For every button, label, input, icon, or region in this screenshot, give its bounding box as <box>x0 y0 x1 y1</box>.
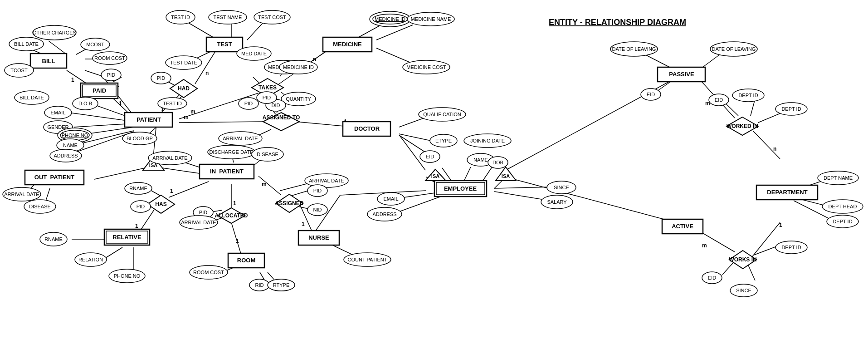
attr-rname-rel-label: RNAME <box>44 236 63 242</box>
attr-disease-in-label: DISEASE <box>257 152 278 157</box>
card-had-test: n <box>205 70 209 76</box>
line-workedin-dept <box>753 131 780 159</box>
rel-assignedto-label: ASSIGNED TO <box>263 114 300 121</box>
attr-joiningdate: JOINING DATE <box>464 134 511 148</box>
attr-email-emp-label: EMAIL <box>383 196 398 202</box>
entity-nurse: NURSE <box>298 231 339 245</box>
attr-deptname: DEPT NAME <box>818 171 858 185</box>
attr-since-emp: SINCE <box>547 181 576 194</box>
attr-deptid-workedin2-label: DEPT ID <box>781 106 801 112</box>
line-test-testcost <box>247 23 263 40</box>
attr-medcost-label: MEDICINE COST <box>406 64 446 70</box>
rel-workedin-label: WORKED IN <box>727 123 758 129</box>
attr-testid-had-label: TEST ID <box>163 101 182 106</box>
attr-dob-employee: DOB <box>488 157 508 168</box>
attr-testcost: TEST COST <box>254 10 290 24</box>
entity-paid-label: PAID <box>93 87 106 94</box>
line-worksin-dept <box>751 222 780 259</box>
line-isa-outpatient <box>94 168 145 179</box>
attr-relation-label: RELATION <box>78 257 103 262</box>
attr-etype-doctor: ETYPE <box>430 134 457 147</box>
entity-employee-label: EMPLOYEE <box>444 185 477 192</box>
attr-joiningdate-label: JOINING DATE <box>470 138 505 143</box>
card-paid-patient: 1 <box>119 100 122 107</box>
attr-deptname-label: DEPT NAME <box>824 175 853 181</box>
attr-eid-doctor: EID <box>420 151 440 162</box>
attr-bloodgp: BLOOD GP <box>122 132 157 145</box>
entity-active-label: ACTIVE <box>672 223 693 230</box>
attr-rtype-label: RTYPE <box>273 282 289 288</box>
entity-bill-label: BILL <box>42 58 55 64</box>
line-isa-active <box>506 177 676 222</box>
entity-outpatient: OUT_PATIENT <box>25 170 84 185</box>
attr-rid-room-label: RID <box>255 282 264 288</box>
attr-billdate-bottom-label: BILL DATE <box>20 95 44 100</box>
attr-quantity-label: QUANTITY <box>286 96 311 102</box>
entity-relative-label: RELATIVE <box>112 234 141 241</box>
card-assigned-inpatient: m <box>262 181 267 187</box>
attr-rname-has-label: RNAME <box>129 186 147 191</box>
attr-since-worksin-label: SINCE <box>736 288 751 293</box>
attr-bloodgp-label: BLOOD GP <box>127 136 152 141</box>
line-workedin-deptid2 <box>758 113 780 123</box>
entity-medicine-label: MEDICINE <box>333 41 362 48</box>
attr-nid: NID <box>307 204 327 216</box>
attr-quantity: QUANTITY <box>281 92 316 106</box>
diagram-title: ENTITY - RELATIONSHIP DIAGRAM <box>549 18 686 27</box>
attr-pid-takes-label: PID <box>244 101 253 106</box>
line-assignedto-arrivaldate <box>258 129 271 135</box>
line-patient-assignedto <box>179 122 267 123</box>
attr-deptid-workedin1-label: DEPT ID <box>738 93 758 98</box>
attr-arrivaldate-assignedto-label: ARRIVAL DATE <box>223 136 258 141</box>
attr-testcost-label: TEST COST <box>258 15 286 20</box>
attr-deptid-worksin: DEPT ID <box>775 241 807 254</box>
rel-has-label: HAS <box>155 201 166 207</box>
rel-had-label: HAD <box>178 85 190 92</box>
attr-testid-label: TEST ID <box>171 15 190 20</box>
attr-phoneno-label: PHONE NO <box>62 133 88 138</box>
attr-phoneno-rel-label: PHONE NO <box>114 273 141 279</box>
card-alloc-room: 1 <box>236 238 239 244</box>
attr-eid-passive: EID <box>641 89 661 100</box>
entity-medicine: MEDICINE <box>323 37 372 52</box>
rel-has: HAS <box>147 195 175 213</box>
entity-room-label: ROOM <box>237 257 255 264</box>
attr-salary: SALARY <box>541 195 573 209</box>
attr-medid-top: MEDICINE ID <box>370 11 410 27</box>
attr-dol-passive2: DATE OF LEAVING <box>710 42 757 56</box>
attr-othercharges-label: OTHER CHARGES <box>33 30 76 35</box>
attr-eid-worksin-label: EID <box>708 275 716 280</box>
rel-worksin: WORKS IN <box>729 251 756 269</box>
attr-medid-top-label: MEDICINE ID <box>375 16 405 22</box>
attr-testdate-label: TEST DATE <box>170 60 197 65</box>
entity-patient-label: PATIENT <box>137 116 161 123</box>
attr-rname-rel: RNAME <box>40 232 67 246</box>
attr-dob: D.O.B <box>73 97 98 110</box>
line-inpatient-has <box>169 182 209 197</box>
attr-pid-takes: PID <box>239 98 258 109</box>
er-diagram-svg: ENTITY - RELATIONSHIP DIAGRAM 1 1 1 n <box>0 0 868 364</box>
entity-test-label: TEST <box>217 41 232 48</box>
line-othercharges-bill <box>49 41 67 54</box>
line-worksin-since <box>747 263 755 280</box>
card-takes-patient: m <box>190 108 195 115</box>
attr-pid-had1-label: PID <box>157 75 165 81</box>
attr-eid-doctor-label: EID <box>426 154 434 159</box>
er-diagram-container: ENTITY - RELATIONSHIP DIAGRAM 1 1 1 n <box>0 0 868 364</box>
attr-rtype: RTYPE <box>268 279 295 291</box>
line-emp-salary <box>494 192 544 200</box>
attr-deptid-dept-label: DEPT ID <box>833 219 852 224</box>
attr-medcost: MEDICINE COST <box>403 60 450 74</box>
entity-employee: EMPLOYEE <box>434 181 487 197</box>
isa-employee-right-label: ISA <box>502 173 510 179</box>
attr-pid-assignedto: PID <box>257 92 277 103</box>
attr-arrivaldate-in: ARRIVAL DATE <box>148 151 192 165</box>
attr-email-label: EMAIL <box>50 110 65 115</box>
attr-qualification-label: QUALIFICATION <box>423 112 461 117</box>
rel-workedin: WORKED IN <box>727 117 758 135</box>
entity-inpatient-label: IN_PATIENT <box>210 168 244 175</box>
attr-address-emp-label: ADDRESS <box>372 212 396 217</box>
entity-test: TEST <box>206 37 243 52</box>
attr-tcost: TCOST <box>5 64 34 77</box>
attr-qualification: QUALIFICATION <box>419 108 466 121</box>
